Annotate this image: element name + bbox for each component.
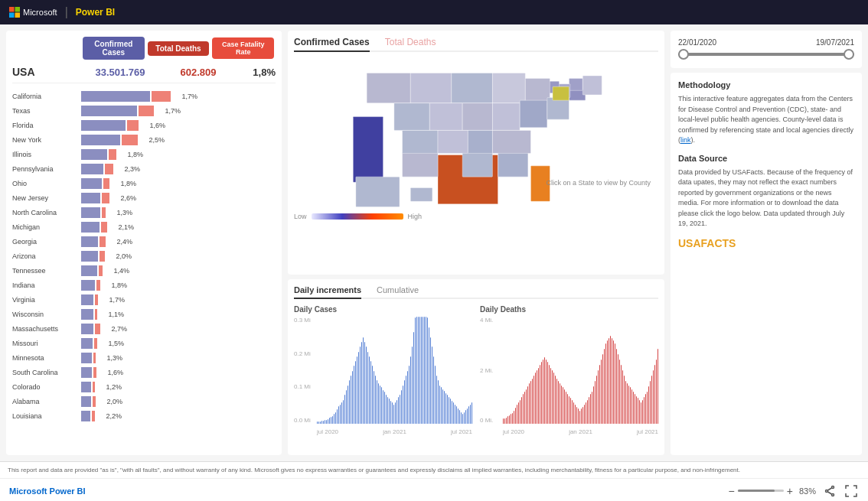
- death-bar: [564, 389, 565, 424]
- case-bar: [357, 356, 357, 424]
- death-bar: [651, 376, 652, 424]
- table-row[interactable]: Michigan 2,1%: [12, 220, 276, 234]
- case-bar: [439, 386, 440, 424]
- table-row[interactable]: Missouri 1,5%: [12, 337, 276, 350]
- death-bar: [602, 354, 603, 424]
- rate-value: 1,8%: [109, 180, 136, 187]
- table-row[interactable]: Wisconsin 1,1%: [12, 307, 276, 321]
- death-bar: [544, 357, 545, 424]
- state-name: Colorado: [12, 383, 81, 391]
- powerbi-footer-link[interactable]: Microsoft Power BI: [9, 486, 86, 496]
- table-row[interactable]: Louisiana 2,2%: [12, 409, 276, 423]
- zoom-slider[interactable]: [738, 490, 784, 492]
- case-bar: [331, 417, 331, 424]
- death-bar: [526, 389, 527, 424]
- death-bar: [628, 386, 629, 424]
- state-name: New Jersey: [12, 194, 81, 202]
- case-bar: [470, 405, 471, 424]
- case-bar: [392, 402, 393, 424]
- share-icon[interactable]: [822, 483, 837, 499]
- fullscreen-icon[interactable]: [844, 483, 859, 499]
- usafacts-logo[interactable]: USAFACTS: [678, 237, 854, 249]
- case-bar: [381, 387, 382, 424]
- table-row[interactable]: Florida 1,6%: [12, 119, 276, 132]
- case-bar: [441, 387, 442, 424]
- table-row[interactable]: Georgia 2,4%: [12, 235, 276, 249]
- death-bar: [529, 383, 530, 424]
- case-bar: [328, 419, 328, 424]
- date-slider-left-thumb[interactable]: [678, 49, 689, 60]
- case-bar: [445, 393, 446, 424]
- death-bar: [592, 392, 592, 424]
- svg-rect-1: [15, 7, 21, 12]
- table-row[interactable]: Ohio 1,8%: [12, 177, 276, 190]
- table-row[interactable]: Pennsylvania 2,3%: [12, 162, 276, 176]
- death-bar: [558, 381, 559, 424]
- case-bar: [358, 352, 359, 425]
- total-deaths-btn[interactable]: Total Deaths: [148, 41, 210, 56]
- map-container[interactable]: Click on a State to view by County: [294, 57, 658, 210]
- table-row[interactable]: Texas 1,7%: [12, 104, 276, 118]
- confirmed-bar: [81, 120, 126, 131]
- case-bar: [424, 317, 425, 424]
- usa-confirmed-value: 33.501.769: [81, 67, 159, 78]
- death-bar: [537, 370, 537, 424]
- state-name: Missouri: [12, 340, 81, 347]
- date-slider-right-thumb[interactable]: [844, 49, 854, 60]
- death-bar: [504, 418, 505, 424]
- case-bar: [419, 317, 420, 424]
- case-bar: [321, 421, 322, 424]
- confirmed-cases-btn[interactable]: Confirmed Cases: [83, 37, 145, 60]
- svg-rect-29: [492, 130, 530, 153]
- disclaimer-text: This report and data are provided "as is…: [8, 467, 740, 473]
- date-slider-track[interactable]: [678, 53, 854, 56]
- daily-cases-title: Daily Cases: [294, 305, 472, 314]
- case-bar: [377, 380, 377, 424]
- death-bar: [636, 396, 637, 424]
- svg-rect-32: [410, 187, 432, 201]
- tab-daily-increments[interactable]: Daily increments: [294, 285, 361, 299]
- table-row[interactable]: Massachusetts 2,7%: [12, 322, 276, 336]
- tab-cumulative[interactable]: Cumulative: [377, 285, 419, 298]
- rate-value: 2,6%: [109, 194, 136, 202]
- table-row[interactable]: North Carolina 1,3%: [12, 206, 276, 220]
- table-row[interactable]: California 1,7%: [12, 89, 276, 103]
- table-row[interactable]: South Carolina 1,6%: [12, 366, 276, 379]
- table-row[interactable]: Virginia 1,7%: [12, 293, 276, 307]
- death-bar: [658, 349, 658, 424]
- fatality-rate-btn[interactable]: Case Fatality Rate: [212, 37, 274, 59]
- case-bar: [432, 346, 432, 424]
- svg-rect-12: [492, 73, 525, 102]
- table-row[interactable]: Minnesota 1,3%: [12, 351, 276, 365]
- zoom-minus-btn[interactable]: −: [729, 485, 735, 497]
- state-name: Michigan: [12, 223, 81, 231]
- case-bar: [344, 395, 345, 424]
- deaths-bar: [100, 251, 105, 262]
- case-bar: [338, 406, 339, 424]
- case-bar: [465, 410, 466, 424]
- table-row[interactable]: Tennessee 1,4%: [12, 264, 276, 278]
- table-row[interactable]: New York 2,5%: [12, 133, 276, 147]
- rate-value: 2,2%: [95, 412, 122, 420]
- table-row[interactable]: New Jersey 2,6%: [12, 191, 276, 205]
- methodology-link[interactable]: link: [680, 136, 691, 144]
- table-row[interactable]: Indiana 1,8%: [12, 278, 276, 292]
- death-bar: [535, 372, 536, 424]
- table-row[interactable]: Colorado 1,2%: [12, 380, 276, 394]
- usa-totals-row: USA 33.501.769 602.809 1,8%: [12, 66, 276, 83]
- death-bar: [635, 394, 635, 424]
- tab-confirmed-cases[interactable]: Confirmed Cases: [294, 37, 370, 52]
- death-bar: [517, 405, 517, 424]
- state-name: Georgia: [12, 238, 81, 246]
- zoom-plus-btn[interactable]: +: [787, 485, 793, 497]
- case-bar: [383, 390, 383, 424]
- svg-rect-3: [15, 13, 21, 18]
- case-bar: [361, 342, 362, 424]
- deaths-bar: [100, 236, 106, 247]
- zoom-controls: − + 83%: [729, 485, 816, 497]
- table-row[interactable]: Arizona 2,0%: [12, 249, 276, 263]
- table-row[interactable]: Illinois 1,8%: [12, 148, 276, 161]
- case-bar: [442, 389, 443, 424]
- tab-total-deaths[interactable]: Total Deaths: [385, 37, 436, 50]
- table-row[interactable]: Alabama 2,0%: [12, 395, 276, 408]
